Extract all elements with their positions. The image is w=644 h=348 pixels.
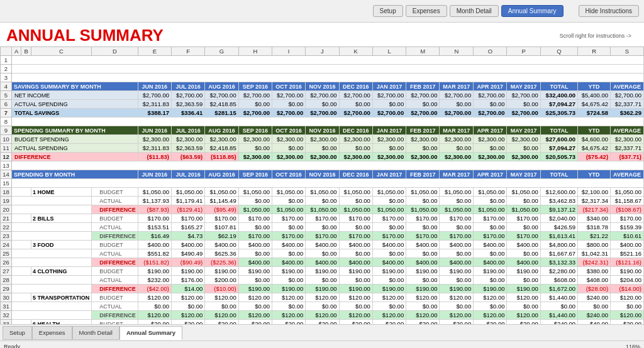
- data-table: A B C D E F G H I J K L M N O P Q R S 1: [0, 46, 644, 324]
- spending-detail-section-header: SPENDING BY MONTH: [12, 170, 138, 179]
- col-rownum: [1, 47, 12, 56]
- col-r: R: [578, 47, 611, 56]
- clothing-diff-row: 29 DIFFERENCE ($42.00) $14.00 ($10.00) $…: [1, 285, 644, 293]
- col-b: B: [21, 47, 31, 56]
- status-bar: Ready 116%: [0, 340, 644, 348]
- tab-expenses[interactable]: Expenses: [32, 326, 72, 340]
- row-2: 2: [1, 65, 644, 73]
- home-actual-row: 19 ACTUAL $1,137.93 $1,179.41 $1,145.49 …: [1, 197, 644, 205]
- health-budget-row: 33 6 HEALTH BUDGET $20.00 $20.00 $20.00 …: [1, 320, 644, 325]
- total-savings-row: 7 TOTAL SAVINGS $388.17 $336.41 $281.15 …: [1, 109, 644, 117]
- net-income-row: 5 NET INCOME $2,700.00 $2,700.00 $2,700.…: [1, 91, 644, 100]
- col-h: H: [238, 47, 272, 56]
- transport-diff-row: 32 DIFFERENCE $120.00 $120.00 $120.00 $1…: [1, 311, 644, 320]
- row-3: 3: [1, 73, 644, 82]
- budget-spending-row: 10 BUDGET SPENDING $2,300.00 $2,300.00 $…: [1, 135, 644, 144]
- transport-actual-row: 31 ACTUAL $0.00 $0.00 $0.00 $0.00 $0.00 …: [1, 302, 644, 311]
- spending-difference-row: 12 DIFFERENCE ($11.83) ($63.59) ($118.85…: [1, 153, 644, 161]
- home-diff-row: 20 DIFFERENCE ($87.93) ($129.41) ($95.49…: [1, 205, 644, 214]
- tab-month-detail[interactable]: Month Detail: [72, 326, 119, 340]
- col-e: E: [138, 47, 171, 56]
- spending-summary-header-row: 9 SPENDING SUMMARY BY MONTH JUN 2016 JUL…: [1, 126, 644, 135]
- expenses-button[interactable]: Expenses: [406, 5, 447, 17]
- setup-button[interactable]: Setup: [373, 5, 403, 17]
- col-p: P: [507, 47, 540, 56]
- savings-section-header: SAVINGS SUMMARY BY MONTH: [12, 82, 138, 91]
- actual-spending-savings-row: 6 ACTUAL SPENDING $2,311.83 $2,363.59 $2…: [1, 100, 644, 109]
- top-navigation: Setup Expenses Month Detail Annual Summa…: [0, 0, 644, 23]
- row-1: 1: [1, 56, 644, 65]
- row-15: 15: [1, 179, 644, 188]
- spending-summary-section-header: SPENDING SUMMARY BY MONTH: [12, 126, 138, 135]
- spreadsheet-area: A B C D E F G H I J K L M N O P Q R S 1: [0, 46, 644, 324]
- bills-budget-row: 21 2 BILLS BUDGET $170.00 $170.00 $170.0…: [1, 214, 644, 223]
- col-j: J: [306, 47, 339, 56]
- col-q: Q: [540, 47, 577, 56]
- food-actual-row: 25 ACTUAL $551.82 $490.49 $625.36 $0.00 …: [1, 249, 644, 258]
- transport-budget-row: 30 5 TRANSPORTATION BUDGET $120.00 $120.…: [1, 293, 644, 302]
- tab-annual-summary[interactable]: Annual Summary: [119, 326, 182, 340]
- ready-status: Ready: [4, 344, 20, 349]
- zoom-level: 116%: [626, 344, 640, 349]
- month-detail-button[interactable]: Month Detail: [450, 5, 499, 17]
- scroll-note: Scroll right for instructions ->: [560, 33, 638, 39]
- savings-header-row: 4 SAVINGS SUMMARY BY MONTH JUN 2016 JUL …: [1, 82, 644, 91]
- col-header-row: A B C D E F G H I J K L M N O P Q R S: [1, 47, 644, 56]
- food-diff-row: 26 DIFFERENCE ($151.82) ($90.49) ($225.3…: [1, 258, 644, 267]
- col-k: K: [339, 47, 372, 56]
- col-f: F: [171, 47, 204, 56]
- clothing-actual-row: 28 ACTUAL $232.00 $176.00 $200.00 $0.00 …: [1, 276, 644, 285]
- col-a: A: [12, 47, 21, 56]
- col-c: C: [31, 47, 91, 56]
- col-g: G: [205, 47, 238, 56]
- home-budget-row: 18 1 HOME BUDGET $1,050.00 $1,050.00 $1,…: [1, 188, 644, 197]
- spending-detail-header-row: 14 SPENDING BY MONTH JUN 2016 JUL 2016 A…: [1, 170, 644, 179]
- col-n: N: [440, 47, 474, 56]
- col-m: M: [406, 47, 440, 56]
- nav-button-group: Setup Expenses Month Detail Annual Summa…: [373, 5, 639, 17]
- col-i: I: [272, 47, 305, 56]
- col-o: O: [474, 47, 507, 56]
- tab-setup[interactable]: Setup: [3, 326, 32, 340]
- row-13: 13: [1, 161, 644, 170]
- bills-actual-row: 22 ACTUAL $153.51 $165.27 $107.81 $0.00 …: [1, 223, 644, 232]
- row-8: 8: [1, 117, 644, 126]
- col-l: L: [372, 47, 406, 56]
- bills-diff-row: 23 DIFFERENCE $16.49 $4.73 $62.19 $170.0…: [1, 232, 644, 241]
- sheet-tabs: Setup Expenses Month Detail Annual Summa…: [0, 324, 644, 340]
- col-s: S: [611, 47, 644, 56]
- clothing-budget-row: 27 4 CLOTHING BUDGET $190.00 $190.00 $19…: [1, 267, 644, 276]
- page-title: ANNUAL SUMMARY: [6, 26, 164, 45]
- hide-instructions-button[interactable]: Hide Instructions: [579, 5, 639, 17]
- food-budget-row: 24 3 FOOD BUDGET $400.00 $400.00 $400.00…: [1, 241, 644, 249]
- actual-spending-summary-row: 11 ACTUAL SPENDING $2,311.83 $2,363.59 $…: [1, 144, 644, 153]
- annual-summary-button[interactable]: Annual Summary: [501, 5, 564, 17]
- col-d: D: [92, 47, 138, 56]
